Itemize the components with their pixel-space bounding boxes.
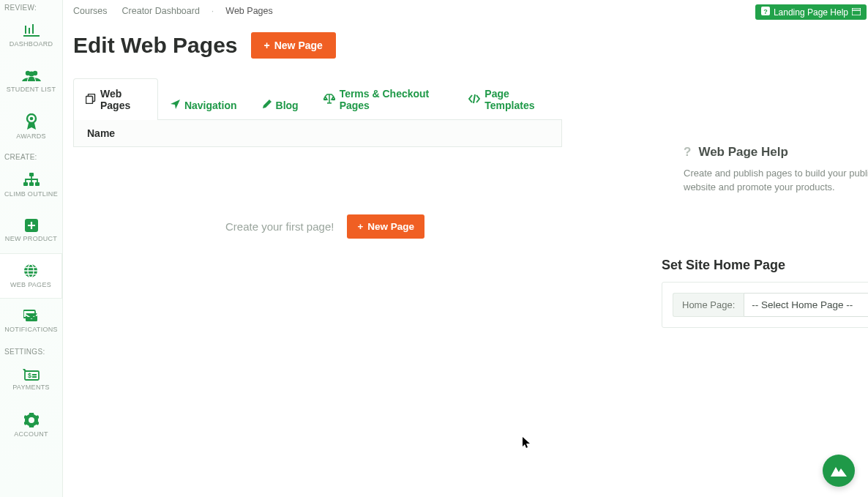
sidebar-item-label: NOTIFICATIONS xyxy=(4,326,58,333)
help-panel: ? Web Page Help Create and publish pages… xyxy=(684,145,868,195)
question-icon: ? xyxy=(684,145,691,160)
code-icon xyxy=(468,94,480,105)
breadcrumb-separator: · xyxy=(212,6,214,16)
users-icon xyxy=(22,70,41,83)
breadcrumb-current: Web Pages xyxy=(225,6,272,16)
new-page-button-empty[interactable]: + New Page xyxy=(347,214,424,239)
page-title: Edit Web Pages xyxy=(73,33,238,58)
svg-rect-7 xyxy=(29,182,34,186)
svg-rect-5 xyxy=(29,173,34,176)
breadcrumb: Courses Creator Dashboard · Web Pages xyxy=(73,6,858,16)
tab-navigation[interactable]: Navigation xyxy=(158,90,250,120)
plus-square-icon xyxy=(25,219,38,232)
help-panel-heading: ? Web Page Help xyxy=(684,145,868,160)
plus-icon: + xyxy=(357,221,363,232)
sidebar-item-label: PAYMENTS xyxy=(12,384,50,391)
tab-label: Navigation xyxy=(184,100,237,111)
location-arrow-icon xyxy=(171,100,180,111)
svg-rect-14 xyxy=(25,371,39,380)
sidebar-item-web-pages[interactable]: WEB PAGES xyxy=(0,253,62,299)
sidebar-item-label: WEB PAGES xyxy=(10,281,51,288)
balance-scale-icon xyxy=(323,94,335,106)
landing-page-help-badge[interactable]: ? Landing Page Help xyxy=(755,4,867,20)
sidebar-item-notifications[interactable]: NOTIFICATIONS xyxy=(0,299,62,344)
svg-text:$: $ xyxy=(28,372,31,379)
empty-state-text: Create your first page! xyxy=(225,220,334,233)
svg-rect-24 xyxy=(327,102,332,104)
tab-terms-checkout[interactable]: Terms & Checkout Pages xyxy=(311,78,457,120)
help-badge-label: Landing Page Help xyxy=(774,7,848,18)
svg-point-22 xyxy=(323,98,327,100)
new-page-button-label: New Page xyxy=(274,40,323,51)
sidebar: REVIEW: DASHBOARD STUDENT LIST AWARDS CR… xyxy=(0,0,63,497)
svg-rect-18 xyxy=(852,8,861,15)
help-panel-body: Create and publish pages to build your p… xyxy=(684,167,868,195)
sidebar-item-label: ACCOUNT xyxy=(14,430,48,438)
money-check-icon: $ xyxy=(23,369,40,381)
svg-text:?: ? xyxy=(763,8,768,15)
pen-icon xyxy=(262,100,272,111)
help-fab[interactable] xyxy=(823,455,855,487)
sidebar-item-label: CLIMB OUTLINE xyxy=(4,190,58,198)
sidebar-item-label: NEW PRODUCT xyxy=(5,235,57,242)
sidebar-section-settings: SETTINGS: xyxy=(0,344,62,357)
home-page-select[interactable]: -- Select Home Page -- xyxy=(744,293,868,317)
svg-rect-6 xyxy=(23,182,28,186)
sidebar-item-account[interactable]: ACCOUNT xyxy=(0,403,62,448)
breadcrumb-creator-dashboard[interactable]: Creator Dashboard xyxy=(122,6,200,16)
question-icon: ? xyxy=(761,7,770,18)
home-page-label: Home Page: xyxy=(673,293,744,317)
envelope-stack-icon xyxy=(23,310,40,323)
svg-rect-8 xyxy=(35,182,40,186)
svg-point-2 xyxy=(29,71,34,76)
empty-state: Create your first page! + New Page xyxy=(225,214,858,239)
home-page-section: Set Site Home Page Home Page: -- Select … xyxy=(662,258,868,328)
tab-label: Web Pages xyxy=(100,88,146,111)
home-page-selector-box: Home Page: -- Select Home Page -- xyxy=(662,282,868,328)
copy-icon xyxy=(86,94,96,106)
tab-label: Blog xyxy=(276,100,299,111)
sitemap-icon xyxy=(23,173,40,187)
new-page-button-label: New Page xyxy=(367,221,414,232)
globe-icon xyxy=(23,264,38,278)
award-icon xyxy=(24,113,39,130)
new-page-button[interactable]: + New Page xyxy=(251,32,336,59)
sidebar-item-label: AWARDS xyxy=(16,132,46,140)
help-panel-title: Web Page Help xyxy=(698,145,788,160)
sidebar-item-student-list[interactable]: STUDENT LIST xyxy=(0,59,62,104)
tab-label: Page Templates xyxy=(484,88,550,111)
sidebar-section-review: REVIEW: xyxy=(0,0,62,13)
tab-web-pages[interactable]: Web Pages xyxy=(73,78,158,120)
sidebar-item-label: DASHBOARD xyxy=(10,40,53,48)
sidebar-item-dashboard[interactable]: DASHBOARD xyxy=(0,13,62,59)
main-content: Courses Creator Dashboard · Web Pages ? … xyxy=(63,0,868,497)
chart-bar-icon xyxy=(23,24,40,37)
window-icon xyxy=(852,7,861,18)
sidebar-item-climb-outline[interactable]: CLIMB OUTLINE xyxy=(0,162,62,208)
sidebar-item-label: STUDENT LIST xyxy=(7,86,56,93)
sidebar-item-payments[interactable]: $ PAYMENTS xyxy=(0,357,62,403)
sidebar-item-awards[interactable]: AWARDS xyxy=(0,104,62,149)
gear-icon xyxy=(24,413,39,427)
breadcrumb-courses[interactable]: Courses xyxy=(73,6,108,16)
tabs: Web Pages Navigation Blog Terms & Checko… xyxy=(73,78,562,120)
table-header-name: Name xyxy=(73,120,562,147)
svg-point-4 xyxy=(29,117,33,121)
title-row: Edit Web Pages + New Page xyxy=(73,32,858,59)
home-section-title: Set Site Home Page xyxy=(662,258,868,273)
tab-page-templates[interactable]: Page Templates xyxy=(456,78,562,120)
plus-icon: + xyxy=(264,40,270,51)
tab-blog[interactable]: Blog xyxy=(250,90,311,120)
svg-rect-21 xyxy=(86,96,93,103)
mountain-icon xyxy=(831,465,847,477)
sidebar-section-create: CREATE: xyxy=(0,149,62,162)
sidebar-item-new-product[interactable]: NEW PRODUCT xyxy=(0,208,62,253)
svg-point-23 xyxy=(332,98,335,100)
tab-label: Terms & Checkout Pages xyxy=(340,88,444,111)
